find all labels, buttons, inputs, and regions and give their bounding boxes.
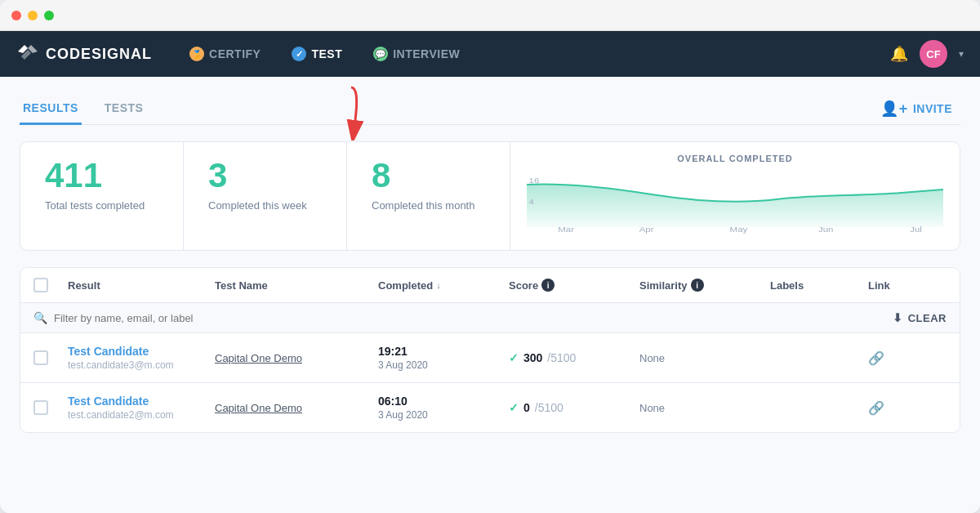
row2-score: ✓ 0 /5100: [509, 401, 639, 414]
th-similarity: Similarity i: [639, 279, 770, 292]
main-content: RESULTS TESTS 👤+ INVITE 411 Total tests …: [0, 77, 980, 513]
row2-name[interactable]: Test Candidate: [68, 395, 215, 408]
stat-month-label: Completed this month: [372, 199, 474, 212]
row2-candidate: Test Candidate test.candidate2@m.com: [68, 395, 215, 421]
titlebar: [0, 0, 980, 31]
invite-button[interactable]: 👤+ INVITE: [872, 95, 960, 123]
row2-similarity: None: [639, 400, 770, 415]
row2-score-total: /5100: [535, 401, 564, 414]
table-row: Test Candidate test.candidate2@m.com Cap…: [20, 383, 960, 432]
clear-button[interactable]: ⬇ CLEAR: [893, 311, 947, 324]
select-all-checkbox[interactable]: [33, 278, 48, 292]
stats-card: 411 Total tests completed 3 Completed th…: [20, 141, 960, 251]
filter-row: 🔍 ⬇ CLEAR: [20, 303, 960, 333]
avatar[interactable]: CF: [920, 40, 947, 68]
subnav: RESULTS TESTS 👤+ INVITE: [20, 93, 960, 125]
svg-text:May: May: [730, 225, 749, 234]
stat-total-number: 411: [45, 158, 102, 193]
stat-total-label: Total tests completed: [45, 199, 145, 212]
row2-link-icon[interactable]: 🔗: [868, 401, 884, 415]
row2-email: test.candidate2@m.com: [68, 409, 215, 421]
download-icon: ⬇: [893, 311, 903, 324]
tab-results[interactable]: RESULTS: [20, 93, 82, 125]
row1-similarity-val: None: [639, 352, 665, 364]
row1-link-icon[interactable]: 🔗: [868, 351, 884, 365]
nav-label-interview: INTERVIEW: [393, 47, 460, 60]
svg-text:Jul: Jul: [910, 225, 922, 234]
search-icon: 🔍: [33, 311, 47, 324]
nav-item-test[interactable]: ✓ TEST: [278, 40, 355, 68]
row2-checkbox-box[interactable]: [33, 400, 48, 415]
row2-link[interactable]: 🔗: [868, 400, 933, 416]
row1-candidate: Test Candidate test.candidate3@m.com: [68, 345, 215, 371]
th-result: Result: [68, 279, 215, 292]
row1-score-val: 300: [523, 351, 542, 364]
nav-label-test: TEST: [311, 47, 342, 60]
row2-check-icon: ✓: [509, 401, 519, 414]
invite-label: INVITE: [913, 102, 952, 115]
nav-item-certify[interactable]: 🏅 CERTIFY: [176, 40, 274, 68]
row1-completed: 19:21 3 Aug 2020: [378, 345, 509, 371]
chart-svg: 16 4 Mar Apr May Jun Jul: [527, 170, 943, 235]
table-header-row: Result Test Name Completed ↓ Score i Sim…: [20, 268, 960, 303]
th-link-label: Link: [868, 279, 890, 292]
th-testname: Test Name: [215, 279, 378, 292]
row2-checkbox[interactable]: [33, 400, 68, 415]
certify-icon: 🏅: [189, 47, 204, 61]
svg-text:Apr: Apr: [639, 225, 654, 234]
row2-testlink[interactable]: Capital One Demo: [215, 402, 302, 414]
filter-input[interactable]: [54, 312, 886, 324]
table-row: Test Candidate test.candidate3@m.com Cap…: [20, 333, 960, 383]
row1-date: 3 Aug 2020: [378, 359, 509, 371]
th-link: Link: [868, 279, 933, 292]
app-window: CODESIGNAL 🏅 CERTIFY ✓ TEST 💬 INTERVIEW …: [0, 0, 980, 513]
row1-similarity: None: [639, 350, 770, 365]
row1-link[interactable]: 🔗: [868, 350, 933, 366]
th-labels: Labels: [770, 279, 868, 292]
score-info-icon[interactable]: i: [541, 279, 555, 292]
close-dot[interactable]: [11, 11, 21, 20]
nav-right: 🔔 CF ▾: [890, 40, 964, 68]
similarity-info-icon[interactable]: i: [691, 279, 704, 292]
bell-icon[interactable]: 🔔: [890, 45, 908, 63]
th-checkbox: [33, 278, 68, 292]
row1-checkbox-box[interactable]: [33, 350, 48, 365]
row2-completed: 06:10 3 Aug 2020: [378, 395, 509, 421]
sort-icon: ↓: [436, 280, 441, 290]
th-score-label: Score: [509, 279, 538, 292]
stat-total: 411 Total tests completed: [20, 142, 184, 250]
row1-checkbox[interactable]: [33, 350, 68, 365]
tab-tests[interactable]: TESTS: [101, 93, 147, 125]
row1-testname[interactable]: Capital One Demo: [215, 350, 378, 365]
th-testname-label: Test Name: [215, 279, 268, 292]
nav-label-certify: CERTIFY: [209, 47, 261, 60]
chart-area: OVERALL COMPLETED 16 4: [510, 142, 960, 250]
nav-items: 🏅 CERTIFY ✓ TEST 💬 INTERVIEW: [176, 40, 890, 68]
logo[interactable]: CODESIGNAL: [16, 42, 152, 66]
row1-score-total: /5100: [547, 351, 576, 364]
row2-score-val: 0: [523, 401, 530, 414]
th-completed[interactable]: Completed ↓: [378, 279, 509, 292]
test-icon: ✓: [292, 47, 306, 61]
results-table: Result Test Name Completed ↓ Score i Sim…: [20, 267, 960, 433]
minimize-dot[interactable]: [28, 11, 38, 20]
th-completed-label: Completed: [378, 279, 433, 292]
row1-name[interactable]: Test Candidate: [68, 345, 215, 358]
th-labels-label: Labels: [770, 279, 804, 292]
row2-similarity-val: None: [639, 402, 665, 414]
row1-score: ✓ 300 /5100: [509, 351, 639, 364]
row2-date: 3 Aug 2020: [378, 409, 509, 421]
stat-month-number: 8: [372, 158, 390, 193]
row2-testname[interactable]: Capital One Demo: [215, 400, 378, 415]
arrow-annotation: [318, 83, 376, 144]
chevron-down-icon[interactable]: ▾: [959, 48, 964, 60]
clear-label: CLEAR: [908, 312, 947, 324]
row2-time: 06:10: [378, 395, 509, 408]
row1-time: 19:21: [378, 345, 509, 358]
maximize-dot[interactable]: [44, 11, 54, 20]
svg-text:16: 16: [529, 176, 540, 185]
th-similarity-label: Similarity: [639, 279, 688, 292]
nav-item-interview[interactable]: 💬 INTERVIEW: [360, 40, 473, 68]
svg-text:Mar: Mar: [558, 225, 574, 234]
row1-testlink[interactable]: Capital One Demo: [215, 352, 302, 364]
